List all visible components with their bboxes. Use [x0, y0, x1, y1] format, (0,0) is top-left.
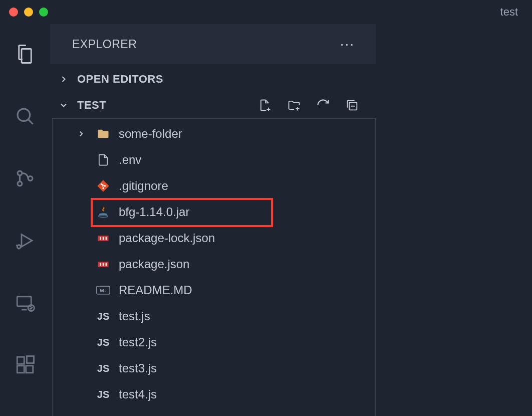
- tree-item-label: README.MD: [119, 283, 192, 297]
- remote-activity-icon[interactable]: [13, 291, 37, 315]
- extensions-activity-icon[interactable]: [13, 353, 37, 377]
- tree-file-item[interactable]: JS test4.js: [53, 381, 375, 407]
- activity-bar: [0, 24, 50, 416]
- sidebar-header-title: EXPLORER: [72, 38, 137, 51]
- js-icon: JS: [95, 389, 112, 400]
- npm-icon: [95, 257, 112, 271]
- open-editors-section[interactable]: OPEN EDITORS: [50, 66, 376, 92]
- svg-rect-7: [17, 357, 24, 364]
- svg-text:M↓: M↓: [100, 288, 107, 293]
- tree-file-item[interactable]: package-lock.json: [53, 225, 375, 251]
- chevron-right-icon: [57, 73, 70, 86]
- chevron-right-icon: [75, 129, 88, 138]
- tree-item-label: package.json: [119, 257, 189, 271]
- tree-file-item[interactable]: package.json: [53, 251, 375, 277]
- tree-item-label: test2.js: [119, 335, 157, 349]
- minimize-window-button[interactable]: [24, 8, 33, 17]
- svg-rect-10: [27, 356, 34, 363]
- svg-rect-8: [17, 366, 24, 373]
- folder-actions: [257, 98, 369, 113]
- folder-icon: [95, 127, 112, 141]
- window-title: test: [500, 6, 523, 19]
- js-badge-text: JS: [97, 337, 109, 348]
- traffic-lights: [9, 8, 48, 17]
- folder-section[interactable]: TEST: [50, 92, 376, 118]
- folder-section-label: TEST: [77, 99, 106, 112]
- sidebar-header: EXPLORER ···: [50, 24, 376, 64]
- svg-rect-9: [26, 366, 33, 373]
- svg-rect-23: [103, 263, 104, 266]
- explorer-sidebar: EXPLORER ··· OPEN EDITORS TEST: [50, 24, 376, 416]
- titlebar: test: [0, 0, 532, 24]
- svg-point-0: [18, 109, 30, 121]
- maximize-window-button[interactable]: [39, 8, 48, 17]
- svg-rect-22: [100, 263, 101, 266]
- tree-item-label: package-lock.json: [119, 231, 215, 245]
- js-icon: JS: [95, 363, 112, 374]
- tree-file-item-highlighted[interactable]: bfg-1.14.0.jar: [53, 199, 375, 225]
- file-icon: [95, 153, 112, 167]
- explorer-activity-icon[interactable]: [13, 42, 37, 66]
- close-window-button[interactable]: [9, 8, 18, 17]
- js-badge-text: JS: [97, 389, 109, 400]
- more-actions-icon[interactable]: ···: [340, 37, 355, 51]
- svg-point-2: [18, 181, 22, 186]
- tree-file-item[interactable]: JS test2.js: [53, 329, 375, 355]
- source-control-activity-icon[interactable]: [13, 166, 37, 190]
- new-file-icon[interactable]: [257, 98, 273, 113]
- js-icon: JS: [95, 311, 112, 322]
- tree-file-item[interactable]: .env: [53, 147, 375, 173]
- editor-area: [376, 24, 532, 416]
- svg-point-1: [18, 171, 22, 175]
- svg-rect-24: [106, 263, 107, 266]
- run-debug-activity-icon[interactable]: [13, 229, 37, 253]
- java-icon: [95, 205, 112, 219]
- tree-item-label: some-folder: [119, 127, 182, 141]
- tree-item-label: test3.js: [119, 361, 157, 375]
- open-editors-label: OPEN EDITORS: [77, 73, 163, 86]
- tree-file-item[interactable]: M↓ README.MD: [53, 277, 375, 303]
- svg-point-4: [17, 245, 21, 249]
- file-tree: some-folder .env .gitignore bfg-1.1: [52, 118, 376, 416]
- collapse-all-icon[interactable]: [345, 98, 360, 113]
- tree-item-label: .gitignore: [119, 179, 168, 193]
- tree-file-item[interactable]: JS test3.js: [53, 355, 375, 381]
- new-folder-icon[interactable]: [287, 98, 302, 113]
- tree-file-item[interactable]: .gitignore: [53, 173, 375, 199]
- npm-icon: [95, 231, 112, 245]
- search-activity-icon[interactable]: [13, 104, 37, 128]
- tree-item-label: test.js: [119, 309, 150, 323]
- svg-rect-18: [100, 237, 101, 240]
- git-icon: [95, 179, 112, 193]
- markdown-icon: M↓: [95, 283, 112, 297]
- tree-item-label: .env: [119, 153, 141, 167]
- js-icon: JS: [95, 337, 112, 348]
- chevron-down-icon: [57, 99, 70, 112]
- tree-file-item[interactable]: JS test.js: [53, 303, 375, 329]
- tree-item-label: test4.js: [119, 387, 157, 401]
- refresh-icon[interactable]: [316, 98, 331, 113]
- svg-rect-5: [17, 297, 31, 306]
- tree-folder-item[interactable]: some-folder: [53, 121, 375, 147]
- svg-rect-19: [103, 237, 104, 240]
- tree-item-label: bfg-1.14.0.jar: [119, 205, 189, 219]
- js-badge-text: JS: [97, 363, 109, 374]
- svg-rect-20: [106, 237, 107, 240]
- js-badge-text: JS: [97, 311, 109, 322]
